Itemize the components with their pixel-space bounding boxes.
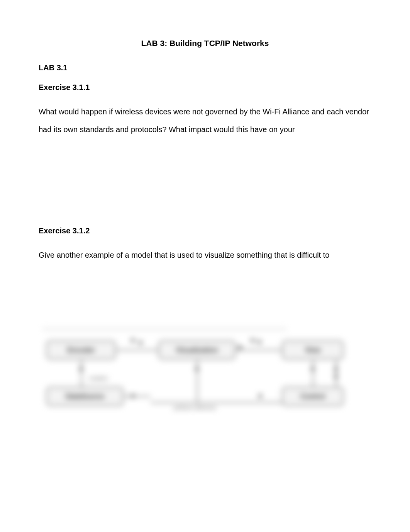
connector: [151, 402, 282, 403]
diagram-container: Encoder Visualization View DataSource Co…: [39, 329, 371, 414]
connector-dot: [80, 367, 83, 371]
connector-dot: [334, 367, 337, 371]
connector-dot: [258, 340, 261, 343]
connector-dot: [139, 341, 142, 344]
diagram-label-reference: prefuse reference: [174, 405, 216, 411]
connector-dot: [131, 394, 134, 398]
connector-dot: [239, 346, 242, 349]
connector: [197, 360, 198, 402]
model-diagram: Encoder Visualization View DataSource Co…: [42, 337, 368, 414]
connector: [81, 360, 82, 387]
connector: [235, 350, 282, 350]
exercise-2-heading: Exercise 3.1.2: [39, 226, 371, 235]
connector: [313, 360, 313, 387]
exercise-2-text: Give another example of a model that is …: [39, 246, 371, 264]
page-title: LAB 3: Building TCP/IP Networks: [39, 39, 371, 48]
connector-dot: [195, 367, 198, 371]
connector-dot: [311, 367, 314, 371]
connector-dot: [251, 339, 254, 342]
connector-dot: [334, 375, 337, 378]
connector-dot: [259, 394, 262, 398]
divider: [42, 329, 286, 330]
diagram-box-view: View: [282, 340, 344, 360]
exercise-1-heading: Exercise 3.1.1: [39, 83, 371, 92]
spacer: [39, 149, 371, 226]
connector: [116, 350, 158, 350]
diagram-box-control: Control: [282, 387, 344, 406]
connector-dot: [131, 339, 134, 342]
lab-heading: LAB 3.1: [39, 63, 371, 72]
exercise-1-text: What would happen if wireless devices we…: [39, 103, 371, 138]
diagram-box-datasource: DataSource: [46, 387, 124, 406]
connector: [124, 396, 151, 397]
spacer: [39, 275, 371, 321]
diagram-box-encoder: Encoder: [46, 340, 116, 360]
diagram-box-visualization: Visualization: [158, 340, 235, 360]
connector: [336, 360, 337, 387]
diagram-label-creation: creation: [89, 375, 108, 381]
